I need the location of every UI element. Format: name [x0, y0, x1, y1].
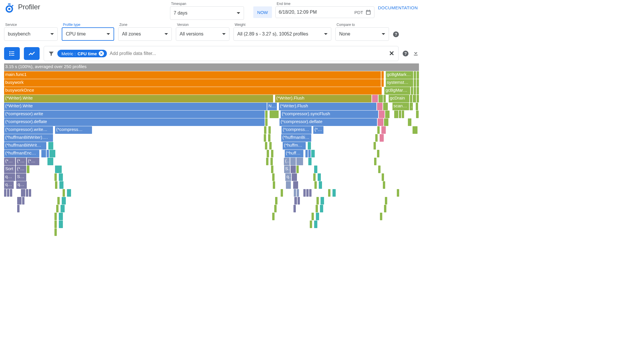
flame-frame[interactable]: (*Writer).Flush — [279, 103, 376, 110]
flame-frame[interactable] — [63, 189, 65, 197]
flame-frame[interactable] — [314, 221, 317, 228]
flame-frame[interactable]: (*compress… — [282, 126, 312, 134]
flame-frame[interactable] — [59, 181, 63, 189]
flame-frame[interactable]: (*compress… — [55, 126, 92, 134]
flame-frame[interactable]: (*huffmanBitWrit… — [4, 142, 46, 150]
flame-frame[interactable] — [416, 111, 419, 118]
flame-frame[interactable]: busywork — [4, 79, 381, 87]
flame-frame[interactable] — [56, 205, 59, 212]
flame-frame[interactable] — [59, 221, 63, 228]
flame-frame[interactable] — [290, 158, 296, 165]
flame-frame[interactable] — [314, 181, 317, 189]
weight-select[interactable]: All (2.89 s - 3.27 s), 10052 profiles — [233, 27, 331, 41]
flame-frame[interactable] — [372, 95, 378, 102]
flame-frame[interactable] — [265, 118, 268, 126]
flame-frame[interactable] — [47, 158, 53, 165]
flame-frame[interactable] — [264, 134, 266, 142]
calendar-icon[interactable] — [365, 9, 371, 15]
flame-frame[interactable] — [49, 150, 55, 157]
flame-frame[interactable] — [272, 213, 275, 220]
flame-frame[interactable] — [377, 126, 380, 134]
clear-filters-icon[interactable]: ✕ — [389, 50, 394, 57]
flame-frame[interactable] — [413, 126, 417, 134]
flame-frame[interactable]: gcDrain — [389, 95, 409, 102]
trend-view-button[interactable] — [24, 47, 40, 60]
flame-frame[interactable]: (*huffmanBitWriter)…. — [4, 134, 53, 142]
flame-frame[interactable] — [61, 205, 65, 212]
flame-frame[interactable] — [385, 197, 387, 205]
flame-frame[interactable] — [286, 181, 291, 189]
flame-frame[interactable] — [41, 150, 46, 157]
flame-frame[interactable]: main.func1 — [4, 71, 381, 79]
flame-frame[interactable] — [320, 205, 323, 212]
flame-frame[interactable] — [59, 173, 63, 181]
flame-frame[interactable] — [321, 197, 324, 205]
flame-frame[interactable] — [374, 142, 376, 150]
flame-frame[interactable] — [272, 173, 275, 181]
flame-frame[interactable]: (*b… — [4, 158, 15, 165]
flame-frame[interactable] — [318, 173, 321, 181]
flame-frame[interactable] — [408, 118, 411, 126]
flame-frame[interactable] — [281, 189, 283, 197]
flame-frame[interactable] — [381, 71, 384, 79]
chip-remove-icon[interactable]: ✕ — [99, 51, 104, 56]
filter-bar[interactable]: Metric : CPU time ✕ ✕ — [44, 46, 399, 61]
flame-frame[interactable] — [384, 118, 389, 126]
flame-frame[interactable] — [378, 95, 383, 102]
flame-frame[interactable]: (*… — [16, 158, 26, 165]
flame-frame[interactable]: (*… — [27, 158, 39, 165]
download-icon[interactable] — [413, 50, 419, 58]
flame-frame[interactable] — [291, 166, 296, 173]
profile_type-select[interactable]: CPU time — [62, 27, 114, 41]
flame-frame[interactable] — [414, 79, 416, 87]
flame-frame[interactable]: q… — [16, 181, 27, 189]
now-button[interactable]: NOW — [253, 6, 272, 18]
flame-frame[interactable] — [314, 166, 317, 173]
timespan-select[interactable]: 7 days — [170, 6, 244, 20]
flame-frame[interactable] — [293, 205, 296, 212]
flame-frame[interactable] — [293, 181, 298, 189]
flame-frame[interactable] — [374, 158, 376, 165]
flame-frame[interactable] — [410, 95, 412, 102]
flame-frame[interactable] — [377, 150, 379, 157]
flame-frame[interactable] — [268, 134, 271, 142]
flame-frame[interactable] — [377, 103, 383, 110]
flame-frame[interactable] — [62, 197, 66, 205]
flame-frame[interactable] — [308, 150, 311, 157]
flame-frame[interactable] — [313, 173, 316, 181]
flame-frame[interactable] — [298, 197, 300, 205]
flame-frame[interactable]: q… — [4, 181, 14, 189]
flame-frame[interactable]: gcBgMar… — [384, 87, 410, 95]
flame-frame[interactable] — [271, 150, 274, 157]
flame-frame[interactable] — [270, 111, 279, 118]
flame-frame[interactable] — [402, 111, 404, 118]
flame-frame[interactable] — [378, 166, 381, 173]
flame-frame[interactable]: (*… — [16, 166, 26, 173]
flame-frame[interactable]: S… — [284, 166, 290, 173]
flame-frame[interactable]: N… — [267, 103, 277, 110]
flame-frame[interactable] — [375, 134, 378, 142]
flame-frame[interactable]: (*compressor).deflate — [4, 118, 265, 126]
flame-frame[interactable] — [296, 166, 299, 173]
flame-frame[interactable] — [303, 189, 306, 197]
list-view-button[interactable] — [4, 47, 20, 60]
flame-frame[interactable] — [268, 126, 271, 134]
flame-frame[interactable] — [414, 71, 416, 79]
flame-frame[interactable] — [383, 103, 388, 110]
flame-frame[interactable] — [380, 213, 382, 220]
flame-frame[interactable] — [316, 197, 319, 205]
documentation-link[interactable]: DOCUMENTATION — [378, 5, 418, 10]
flame-frame[interactable]: (*huffmanEnc… — [4, 150, 39, 157]
flame-frame[interactable] — [414, 87, 416, 95]
flame-frame[interactable] — [399, 111, 401, 118]
filter-input[interactable] — [110, 51, 386, 56]
flame-frame[interactable]: (*compressor).deflate — [279, 118, 377, 126]
service-select[interactable]: busybench — [4, 27, 58, 41]
flame-frame[interactable] — [294, 197, 297, 205]
zone-select[interactable]: All zones — [118, 27, 172, 41]
flame-frame[interactable]: (*compressor).syncFlush — [281, 111, 378, 118]
flame-frame[interactable] — [383, 181, 385, 189]
flame-frame[interactable] — [310, 221, 312, 228]
flame-frame[interactable] — [316, 213, 319, 220]
flame-frame[interactable] — [10, 189, 12, 197]
